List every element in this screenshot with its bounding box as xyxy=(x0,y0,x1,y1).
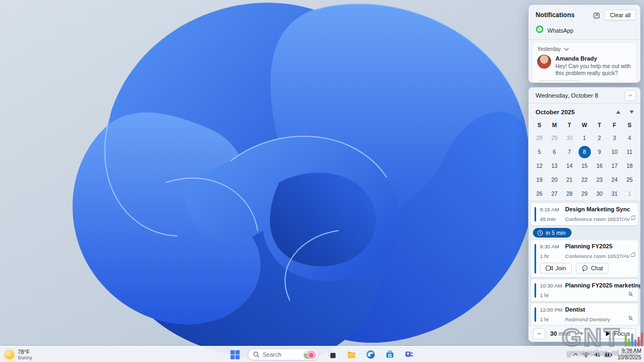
calendar-month-label: October 2025 xyxy=(536,109,575,115)
notification-card[interactable]: Yesterday Amanda Brady Hey! Can you help… xyxy=(532,42,636,83)
join-button[interactable]: Join xyxy=(540,263,572,274)
calendar-day[interactable]: 11 xyxy=(622,145,637,159)
calendar-day[interactable]: 3 xyxy=(607,131,622,145)
app-name: WhatsApp xyxy=(547,27,573,34)
calendar-day[interactable]: 18 xyxy=(622,159,637,173)
tray-date: 10/8/2025 xyxy=(618,354,642,361)
clear-all-button[interactable]: Clear all xyxy=(604,10,636,20)
calendar-day[interactable]: 10 xyxy=(607,145,622,159)
desktop: Notifications Clear all WhatsApp Yesterd… xyxy=(0,0,644,362)
wifi-icon[interactable] xyxy=(582,352,590,358)
month-down-button[interactable] xyxy=(630,110,634,114)
avatar xyxy=(537,55,551,69)
duration-value: 30 xyxy=(550,330,557,337)
search-input[interactable]: Search xyxy=(248,349,319,360)
decrease-duration-button[interactable]: − xyxy=(533,328,545,339)
calendar-day[interactable]: 28 xyxy=(562,187,577,201)
calendar-day[interactable]: 29 xyxy=(577,187,592,201)
volume-icon[interactable] xyxy=(594,352,601,358)
weekday-label: M xyxy=(547,122,562,128)
chat-label: Chat xyxy=(591,265,603,271)
calendar-day[interactable]: 12 xyxy=(532,159,547,173)
calendar-day[interactable]: 5 xyxy=(532,145,547,159)
calendar-day[interactable]: 4 xyxy=(622,131,637,145)
event-title: Planning FY2025 marketing xyxy=(565,282,640,289)
event-duration: 1 hr xyxy=(540,253,565,259)
calendar-day[interactable]: 24 xyxy=(607,173,622,187)
more-notifications-button[interactable]: +1 notification xyxy=(538,80,579,83)
calendar-day[interactable]: 19 xyxy=(532,173,547,187)
event-duration: 45 min xyxy=(540,216,565,222)
taskbar-clock[interactable]: 9:28 AM 10/8/2025 xyxy=(618,348,642,361)
calendar-day[interactable]: 27 xyxy=(547,187,562,201)
join-label: Join xyxy=(555,265,566,271)
event-time: 10:30 AM xyxy=(540,283,565,289)
taskbar: 78°F Sunny Search xyxy=(0,346,644,362)
calendar-weekdays: SMTWTFS xyxy=(529,119,640,131)
calendar-day[interactable]: 25 xyxy=(622,173,637,187)
calendar-day[interactable]: 9 xyxy=(592,145,607,159)
calendar-day[interactable]: 1 xyxy=(577,131,592,145)
notification-app-group[interactable]: WhatsApp xyxy=(529,23,640,40)
calendar-day[interactable]: 13 xyxy=(547,159,562,173)
file-explorer-icon[interactable] xyxy=(345,348,358,361)
battery-icon[interactable] xyxy=(604,352,612,357)
whatsapp-icon xyxy=(536,25,544,35)
recurring-icon xyxy=(630,215,636,221)
month-up-button[interactable] xyxy=(616,110,620,114)
calendar-day[interactable]: 29 xyxy=(547,131,562,145)
muted-bell-icon xyxy=(627,315,634,321)
increase-duration-button[interactable]: + xyxy=(575,328,588,339)
calendar-day[interactable]: 2 xyxy=(592,131,607,145)
hidden-icons-chevron[interactable] xyxy=(573,352,579,357)
calendar-day[interactable]: 23 xyxy=(592,173,607,187)
event-accent-bar xyxy=(535,244,536,274)
notification-settings-icon[interactable] xyxy=(592,11,601,20)
event-card[interactable]: 8:15 AMDesign Marketing Sync45 minConfer… xyxy=(531,203,638,225)
calendar-day[interactable]: 7 xyxy=(562,145,577,159)
microsoft-store-icon[interactable] xyxy=(384,348,397,361)
weekday-label: F xyxy=(607,122,622,128)
edge-browser-icon[interactable] xyxy=(364,348,377,361)
task-view-icon[interactable] xyxy=(326,348,339,361)
calendar-day[interactable]: 21 xyxy=(562,173,577,187)
start-button[interactable] xyxy=(229,348,241,361)
calendar-day[interactable]: 15 xyxy=(577,159,592,173)
event-duration: 1 hr xyxy=(540,316,565,322)
event-card[interactable]: 10:30 AMPlanning FY2025 marketing1 hr xyxy=(531,279,638,301)
chat-button[interactable]: Chat xyxy=(576,263,609,274)
calendar-day[interactable]: 30 xyxy=(562,131,577,145)
calendar-day[interactable]: 26 xyxy=(532,187,547,201)
play-icon xyxy=(606,331,610,336)
event-title: Design Marketing Sync xyxy=(565,206,630,212)
event-title: Planning FY2025 xyxy=(565,243,612,249)
event-card[interactable]: 12:00 PMDentist1 hrRedmond Dentistry xyxy=(531,304,638,325)
calendar-day[interactable]: 28 xyxy=(532,131,547,145)
chevron-down-icon xyxy=(628,94,632,97)
calendar-day[interactable]: 14 xyxy=(562,159,577,173)
calendar-day[interactable]: 17 xyxy=(607,159,622,173)
calendar-day[interactable]: 30 xyxy=(592,187,607,201)
calendar-day[interactable]: 20 xyxy=(547,173,562,187)
event-time: 9:30 AM xyxy=(540,243,565,249)
calendar-day[interactable]: 16 xyxy=(592,159,607,173)
duration-unit: mins xyxy=(559,330,570,337)
weekday-label: W xyxy=(577,122,592,128)
calendar-day[interactable]: 31 xyxy=(607,187,622,201)
event-time: 8:15 AM xyxy=(540,206,565,212)
calendar-day[interactable]: 6 xyxy=(547,145,562,159)
calendar-day[interactable]: 1 xyxy=(622,187,637,201)
calendar-day[interactable]: 22 xyxy=(577,173,592,187)
weather-condition: Sunny xyxy=(18,355,32,361)
focus-button[interactable]: Focus xyxy=(600,328,636,339)
chevron-down-icon[interactable] xyxy=(564,46,569,52)
notifications-header: Notifications Clear all xyxy=(529,5,640,23)
calendar-day[interactable]: 8 xyxy=(579,146,591,158)
collapse-calendar-button[interactable] xyxy=(625,90,636,101)
weather-widget[interactable]: 78°F Sunny xyxy=(5,346,32,362)
event-location: Conference room 16537/AV xyxy=(565,253,630,259)
event-card[interactable]: 9:30 AMPlanning FY20251 hrConference roo… xyxy=(531,240,638,277)
section-label[interactable]: Yesterday xyxy=(537,46,561,52)
teams-icon[interactable] xyxy=(403,348,416,361)
focus-session-bar: − 30mins + Focus xyxy=(529,325,640,342)
